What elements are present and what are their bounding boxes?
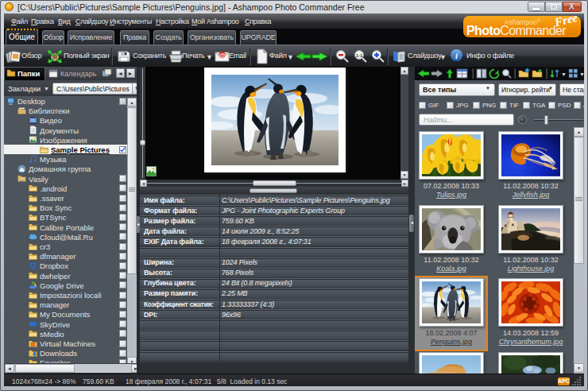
svg-text:1:1: 1:1 xyxy=(356,53,363,58)
svg-text:i: i xyxy=(455,51,458,60)
svg-text:@: @ xyxy=(219,52,225,59)
